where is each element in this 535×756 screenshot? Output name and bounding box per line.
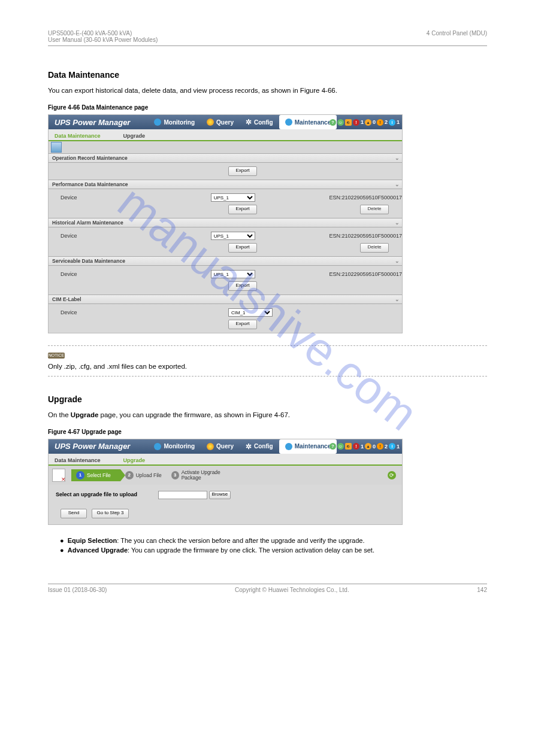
panel-cim-elabel-header[interactable]: CIM E-Label⌄ xyxy=(49,294,402,304)
chevron-down-icon: ⌄ xyxy=(395,155,400,161)
chevron-down-icon: ⌄ xyxy=(395,296,400,302)
help-icon[interactable]: ? xyxy=(330,119,336,126)
delete-button-hist[interactable]: Delete xyxy=(360,243,389,253)
screenshot-data-maintenance: UPS Power Manager Monitoring Query ✲Conf… xyxy=(48,114,403,333)
device-label-hist: Device xyxy=(49,233,193,239)
intro-text-1: You can export historical data, delete d… xyxy=(48,86,487,96)
bullet2-text: : You can upgrade the firmware by one cl… xyxy=(128,546,374,554)
figure-caption-1: Figure 4-66 Data Maintenance page xyxy=(48,104,487,111)
step-3-activate[interactable]: 3Activate Upgrade Package xyxy=(167,469,242,481)
device-select-cim[interactable]: CIM_1 xyxy=(228,308,273,317)
bullet1-label: Equip Selection xyxy=(68,537,117,544)
subtab-data-maintenance-2[interactable]: Data Maintenance xyxy=(52,456,103,464)
maintenance-icon xyxy=(285,119,292,126)
logout-icon[interactable]: ⎋ xyxy=(345,119,352,126)
document-icon[interactable] xyxy=(51,142,62,153)
esn-hist: ESN:210229059510F5000017 xyxy=(311,233,402,239)
panel-operation-record-header[interactable]: Operation Record Maintenance⌄ xyxy=(49,153,402,163)
nav-query-2[interactable]: Query xyxy=(201,439,240,454)
nav-maintenance[interactable]: Maintenance xyxy=(279,115,337,129)
goto-step-3-button[interactable]: Go to Step 3 xyxy=(92,509,129,518)
gear-icon: ✲ xyxy=(246,118,252,126)
device-label-perf: Device xyxy=(49,195,193,201)
upload-file-icon[interactable] xyxy=(52,469,65,482)
device-select-hist[interactable]: UPS_1 xyxy=(211,232,255,240)
export-button-perf[interactable]: Export xyxy=(228,205,257,214)
nav-query-label-2: Query xyxy=(216,443,234,450)
export-button-cim[interactable]: Export xyxy=(228,320,257,329)
step-1-select-file[interactable]: 1Select File xyxy=(71,469,120,481)
query-icon xyxy=(207,443,214,450)
gear-icon: ✲ xyxy=(246,442,252,451)
section-heading-upgrade: Upgrade xyxy=(48,394,487,404)
step-1-label: Select File xyxy=(87,472,111,478)
upload-prompt-label: Select an upgrade file to upload xyxy=(56,491,137,497)
panel-serv-title: Serviceable Data Maintenance xyxy=(52,258,125,264)
upload-section: Select an upgrade file to upload Browse xyxy=(49,485,402,505)
panel-historical-alarm-header[interactable]: Historical Alarm Maintenance⌄ xyxy=(49,218,402,227)
device-select-serv[interactable]: UPS_1 xyxy=(211,270,255,278)
step-2-upload-file[interactable]: 2Upload File xyxy=(120,469,167,481)
export-button-op[interactable]: Export xyxy=(228,166,257,176)
minor-count-2: 2 xyxy=(385,444,388,450)
nav-config-label-2: Config xyxy=(254,443,273,450)
page-running-header: UPS5000-E-(400 kVA-500 kVA) User Manual … xyxy=(48,30,487,46)
action-button-row: Send Go to Step 3 xyxy=(49,505,402,524)
critical-alarm-icon[interactable]: ! xyxy=(353,443,359,450)
manual-title: User Manual (30-60 kVA Power Modules) xyxy=(48,37,158,43)
critical-alarm-icon[interactable]: ! xyxy=(353,119,359,126)
nav-maintenance-2[interactable]: Maintenance xyxy=(279,439,337,454)
nav-monitoring-2[interactable]: Monitoring xyxy=(148,439,201,454)
page-footer: Issue 01 (2018-06-30) Copyright © Huawei… xyxy=(48,584,487,593)
refresh-icon[interactable]: ⟳ xyxy=(388,471,396,479)
panel-cim-title: CIM E-Label xyxy=(52,296,81,302)
step-2-label: Upload File xyxy=(136,472,162,478)
export-button-serv[interactable]: Export xyxy=(228,281,257,291)
minor-alarm-icon[interactable]: ! xyxy=(377,443,383,450)
browse-button[interactable]: Browse xyxy=(209,491,231,499)
nav-config[interactable]: ✲Config xyxy=(240,115,279,129)
device-label-cim: Device xyxy=(49,309,210,315)
maintenance-icon xyxy=(285,443,292,450)
monitor-icon xyxy=(154,119,161,126)
minor-alarm-icon[interactable]: ! xyxy=(377,119,383,126)
nav-config-2[interactable]: ✲Config xyxy=(240,439,279,454)
info-alarm-icon[interactable]: i xyxy=(389,443,395,450)
nav-maintenance-label: Maintenance xyxy=(295,119,331,126)
delete-button-perf[interactable]: Delete xyxy=(360,205,389,214)
logout-icon[interactable]: ⎋ xyxy=(345,443,352,450)
panel-performance-header[interactable]: Performance Data Maintenance⌄ xyxy=(49,180,402,189)
export-button-hist[interactable]: Export xyxy=(228,243,257,253)
help-icon[interactable]: ? xyxy=(330,443,336,450)
critical-count: 1 xyxy=(361,119,364,125)
panel-serviceable-header[interactable]: Serviceable Data Maintenance⌄ xyxy=(49,256,402,266)
chat-icon[interactable]: ☺ xyxy=(337,443,344,450)
step-3-label: Activate Upgrade Package xyxy=(182,470,237,480)
nav-monitoring-label-2: Monitoring xyxy=(164,443,195,450)
major-alarm-icon[interactable]: ▲ xyxy=(365,443,371,450)
chat-icon[interactable]: ☺ xyxy=(337,119,344,126)
minor-count: 2 xyxy=(385,119,388,125)
nav-monitoring[interactable]: Monitoring xyxy=(148,115,201,129)
subtab-bar: Data Maintenance Upgrade xyxy=(49,129,402,141)
step-number-2: 2 xyxy=(125,471,134,479)
intro-span: You can export historical data, delete d… xyxy=(48,87,300,94)
nav-query-label: Query xyxy=(216,119,234,126)
screenshot-upgrade: UPS Power Manager Monitoring Query ✲Conf… xyxy=(48,439,403,525)
info-alarm-icon[interactable]: i xyxy=(389,119,395,126)
subtab-upgrade-2[interactable]: Upgrade xyxy=(121,456,148,464)
app-brand-2: UPS Power Manager xyxy=(49,442,130,451)
notice-text: Only .zip, .cfg, and .xml files can be e… xyxy=(48,362,487,372)
send-button[interactable]: Send xyxy=(61,509,87,518)
chevron-down-icon: ⌄ xyxy=(395,181,400,187)
info-count: 1 xyxy=(397,119,400,125)
subtab-upgrade[interactable]: Upgrade xyxy=(121,132,148,140)
app-topbar-2: UPS Power Manager Monitoring Query ✲Conf… xyxy=(49,439,402,454)
nav-query[interactable]: Query xyxy=(201,115,240,129)
main-nav: Monitoring Query ✲Config Maintenance xyxy=(148,115,337,129)
major-alarm-icon[interactable]: ▲ xyxy=(365,119,371,126)
device-select-perf[interactable]: UPS_1 xyxy=(211,193,255,202)
file-path-input[interactable] xyxy=(158,491,207,499)
subtab-data-maintenance[interactable]: Data Maintenance xyxy=(52,132,103,140)
app-topbar: UPS Power Manager Monitoring Query ✲Conf… xyxy=(49,115,402,129)
